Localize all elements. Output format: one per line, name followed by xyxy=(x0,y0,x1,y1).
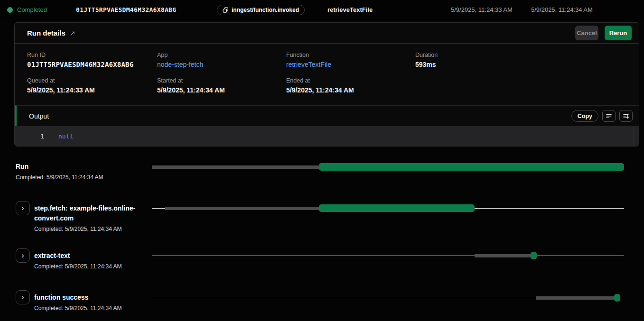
copy-output-button[interactable]: Copy xyxy=(571,110,598,122)
output-title: Output xyxy=(29,112,49,120)
span-completed-time: Completed: 5/9/2025, 11:24:34 AM xyxy=(34,305,122,312)
run-details-grid: Run ID 01JTT5RPVAESDM46M32A6X8ABG App no… xyxy=(15,44,639,105)
started-at-time: 5/9/2025, 11:24:34 AM xyxy=(531,6,593,13)
expand-output-button[interactable] xyxy=(619,110,633,122)
span-track[interactable] xyxy=(152,294,624,302)
function-name: retrieveTextFile xyxy=(327,6,373,13)
trigger-event-badge[interactable]: inngest/function.invoked xyxy=(217,5,305,15)
span-name: extract-text xyxy=(34,251,122,261)
span-track[interactable] xyxy=(152,204,624,212)
output-section-header: Output Copy xyxy=(15,105,639,126)
span-name: step.fetch: example-files.online-convert… xyxy=(34,203,140,223)
panel-title: Run details xyxy=(27,29,65,37)
open-in-new-icon[interactable]: ↗ xyxy=(70,29,75,37)
copy-event-icon xyxy=(223,7,229,13)
wrap-text-icon xyxy=(606,113,612,119)
queue-bar xyxy=(536,296,615,300)
lines-down-arrow-icon xyxy=(623,113,629,119)
field-run-id: Run ID 01JTT5RPVAESDM46M32A6X8ABG xyxy=(27,52,157,68)
function-link[interactable]: retrieveTextFile xyxy=(286,61,415,68)
app-link[interactable]: node-step-fetch xyxy=(157,61,286,68)
field-ended-at: Ended at 5/9/2025, 11:24:34 AM xyxy=(286,77,415,94)
field-started-at: Started at 5/9/2025, 11:24:34 AM xyxy=(157,77,286,94)
active-bar[interactable] xyxy=(614,294,620,302)
span-completed-time: Completed: 5/9/2025, 11:24:34 AM xyxy=(16,174,103,181)
status-dot xyxy=(7,7,13,13)
panel-header: Run details ↗ Cancel Rerun xyxy=(15,23,639,44)
output-value: null xyxy=(58,133,73,140)
wrap-text-button[interactable] xyxy=(602,110,616,122)
active-bar[interactable] xyxy=(531,252,537,259)
field-app: App node-step-fetch xyxy=(157,52,286,68)
span-completed-time: Completed: 5/9/2025, 11:24:34 AM xyxy=(34,263,122,270)
trigger-event-name: inngest/function.invoked xyxy=(232,7,299,13)
queue-bar xyxy=(165,207,319,210)
queue-bar xyxy=(152,165,319,169)
field-function: Function retrieveTextFile xyxy=(286,52,415,68)
run-details-panel: Run details ↗ Cancel Rerun Run ID 01JTT5… xyxy=(14,22,639,147)
span-name: Run xyxy=(16,162,103,172)
expand-step-button[interactable]: › xyxy=(16,201,30,215)
span-completed-time: Completed: 5/9/2025, 11:24:34 AM xyxy=(34,226,140,232)
span-track[interactable] xyxy=(152,252,624,259)
active-bar[interactable] xyxy=(319,204,474,212)
expand-step-button[interactable]: › xyxy=(16,248,30,263)
span-track[interactable] xyxy=(152,163,624,171)
queued-at-time: 5/9/2025, 11:24:33 AM xyxy=(451,6,513,13)
code-scrollbar[interactable] xyxy=(634,127,634,145)
field-queued-at: Queued at 5/9/2025, 11:24:33 AM xyxy=(27,77,157,94)
output-code-block[interactable]: 1 null xyxy=(15,126,639,146)
status-label: Completed xyxy=(17,6,47,13)
line-number: 1 xyxy=(15,133,44,140)
track-baseline xyxy=(152,256,624,256)
expand-step-button[interactable]: › xyxy=(16,290,30,304)
run-details-page: Completed 01JTT5RPVAESDM46M32A6X8ABG inn… xyxy=(0,0,644,321)
cancel-button[interactable]: Cancel xyxy=(575,26,598,40)
rerun-button[interactable]: Rerun xyxy=(605,26,632,40)
run-summary-row[interactable]: Completed 01JTT5RPVAESDM46M32A6X8ABG inn… xyxy=(0,0,644,20)
active-bar[interactable] xyxy=(319,163,624,171)
field-duration: Duration 593ms xyxy=(415,52,626,68)
queue-bar xyxy=(475,254,532,257)
span-name: function success xyxy=(34,293,122,303)
run-id-value: 01JTT5RPVAESDM46M32A6X8ABG xyxy=(76,6,176,13)
